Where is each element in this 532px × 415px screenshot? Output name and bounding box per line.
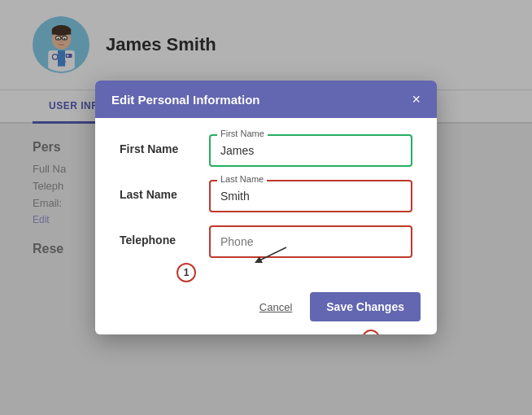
annotation-1: 1 xyxy=(177,263,196,282)
annotation-arrow xyxy=(246,243,294,268)
modal-close-button[interactable]: × xyxy=(412,92,421,107)
telephone-field-wrapper xyxy=(209,225,412,258)
phone-input[interactable] xyxy=(212,229,409,255)
modal-body: First Name First Name Last Name Last Nam… xyxy=(95,118,437,284)
modal-edit-personal: Edit Personal Information × First Name F… xyxy=(95,81,437,334)
modal-footer: Cancel Save Changes 2 xyxy=(95,284,437,334)
last-name-field-label: Last Name xyxy=(217,174,267,184)
save-changes-button[interactable]: Save Changes xyxy=(310,292,421,321)
annotation-2: 2 xyxy=(362,330,380,334)
telephone-label: Telephone xyxy=(120,225,193,247)
telephone-row: Telephone 1 xyxy=(120,225,412,258)
last-name-input[interactable] xyxy=(212,183,409,209)
first-name-label: First Name xyxy=(120,134,193,155)
first-name-field-label: First Name xyxy=(217,129,268,138)
modal-header: Edit Personal Information × xyxy=(95,81,437,118)
first-name-row: First Name First Name xyxy=(120,134,412,167)
cancel-button[interactable]: Cancel xyxy=(250,295,302,320)
first-name-field-wrapper: First Name xyxy=(209,134,412,167)
modal-overlay: Edit Personal Information × First Name F… xyxy=(0,0,532,415)
last-name-row: Last Name Last Name xyxy=(120,180,412,212)
background-page: James Smith USER INFORMATION NOTIFICATIO… xyxy=(0,0,532,415)
last-name-field-wrapper: Last Name xyxy=(209,180,412,212)
last-name-label: Last Name xyxy=(120,180,193,201)
first-name-input[interactable] xyxy=(212,138,409,164)
modal-title: Edit Personal Information xyxy=(111,93,260,107)
